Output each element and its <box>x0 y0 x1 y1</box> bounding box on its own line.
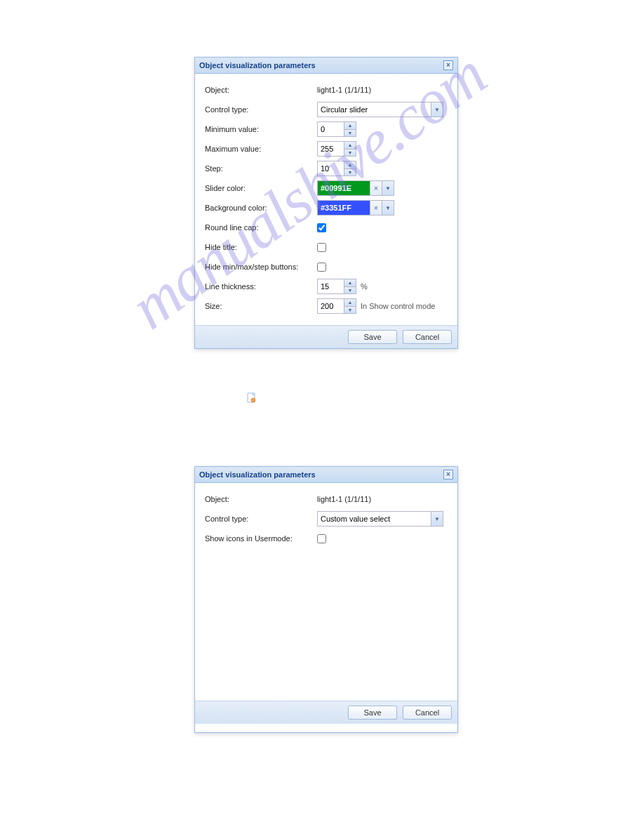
control-type-select[interactable]: ▼ <box>317 102 443 117</box>
dialog-header: Object visualization parameters × <box>195 58 457 74</box>
background-color-picker[interactable]: #3351FF × ▼ <box>317 200 394 216</box>
step-input[interactable] <box>318 161 344 176</box>
step-spinner[interactable]: ▲ ▼ <box>317 161 356 176</box>
slider-color-label: Slider color: <box>205 184 317 192</box>
dialog-body: Object: light1-1 (1/1/11) Control type: … <box>195 74 457 325</box>
close-icon[interactable]: × <box>443 470 453 479</box>
minimum-value-input[interactable] <box>318 122 344 136</box>
spin-up-icon[interactable]: ▲ <box>344 299 356 307</box>
object-label: Object: <box>205 86 317 94</box>
size-spinner[interactable]: ▲ ▼ <box>317 298 356 314</box>
visualization-params-dialog-1: Object visualization parameters × Object… <box>194 57 458 349</box>
control-type-label: Control type: <box>205 515 317 523</box>
dialog-title: Object visualization parameters <box>199 61 316 70</box>
svg-point-1 <box>251 398 255 402</box>
hide-buttons-label: Hide min/max/step buttons: <box>205 263 317 271</box>
size-label: Size: <box>205 302 317 310</box>
spin-up-icon[interactable]: ▲ <box>344 142 356 150</box>
save-button[interactable]: Save <box>348 330 397 344</box>
save-button[interactable]: Save <box>348 706 397 720</box>
dialog-header: Object visualization parameters × <box>195 467 457 483</box>
hide-title-label: Hide title: <box>205 243 317 251</box>
line-thickness-label: Line thickness: <box>205 282 317 291</box>
maximum-value-label: Maximum value: <box>205 145 317 153</box>
cancel-button[interactable]: Cancel <box>403 706 452 720</box>
spin-up-icon[interactable]: ▲ <box>344 161 356 169</box>
chevron-down-icon[interactable]: ▼ <box>431 512 443 526</box>
background-color-swatch: #3351FF <box>318 201 370 215</box>
spin-down-icon[interactable]: ▼ <box>344 307 356 314</box>
chevron-down-icon[interactable]: ▼ <box>431 102 443 117</box>
round-line-cap-label: Round line cap: <box>205 223 317 232</box>
minimum-value-spinner[interactable]: ▲ ▼ <box>317 121 356 137</box>
object-value: light1-1 (1/1/11) <box>317 495 448 503</box>
size-suffix: In Show control mode <box>361 302 435 310</box>
slider-color-swatch: #00991E <box>318 181 370 195</box>
line-thickness-spinner[interactable]: ▲ ▼ <box>317 279 356 294</box>
spin-down-icon[interactable]: ▼ <box>344 130 356 137</box>
control-type-label: Control type: <box>205 105 317 114</box>
slider-color-picker[interactable]: #00991E × ▼ <box>317 180 394 196</box>
spin-down-icon[interactable]: ▼ <box>344 287 356 294</box>
show-icons-label: Show icons in Usermode: <box>205 534 317 543</box>
chevron-down-icon[interactable]: ▼ <box>382 201 394 215</box>
dialog-title: Object visualization parameters <box>199 470 316 479</box>
dialog-body: Object: light1-1 (1/1/11) Control type: … <box>195 483 457 701</box>
spin-up-icon[interactable]: ▲ <box>344 279 356 287</box>
step-label: Step: <box>205 164 317 173</box>
spin-up-icon[interactable]: ▲ <box>344 122 356 130</box>
cancel-button[interactable]: Cancel <box>403 330 452 344</box>
control-type-select[interactable]: ▼ <box>317 511 443 527</box>
dialog-footer: Save Cancel <box>195 325 457 348</box>
spin-down-icon[interactable]: ▼ <box>344 169 356 176</box>
control-type-input[interactable] <box>318 512 431 526</box>
chevron-down-icon[interactable]: ▼ <box>382 181 394 195</box>
background-color-label: Background color: <box>205 204 317 212</box>
close-icon[interactable]: × <box>443 60 453 70</box>
round-line-cap-checkbox[interactable] <box>317 223 326 232</box>
size-input[interactable] <box>318 299 344 313</box>
line-thickness-input[interactable] <box>318 279 344 293</box>
clear-icon[interactable]: × <box>370 181 382 195</box>
object-value: light1-1 (1/1/11) <box>317 86 448 94</box>
maximum-value-input[interactable] <box>318 142 344 156</box>
show-icons-checkbox[interactable] <box>317 534 326 543</box>
page-icon <box>246 392 257 404</box>
spin-down-icon[interactable]: ▼ <box>344 150 356 157</box>
maximum-value-spinner[interactable]: ▲ ▼ <box>317 141 356 157</box>
percent-suffix: % <box>361 282 368 291</box>
visualization-params-dialog-2: Object visualization parameters × Object… <box>194 466 458 733</box>
hide-buttons-checkbox[interactable] <box>317 263 326 272</box>
clear-icon[interactable]: × <box>370 201 382 215</box>
dialog-footer: Save Cancel <box>195 701 457 724</box>
hide-title-checkbox[interactable] <box>317 243 326 252</box>
control-type-input[interactable] <box>318 102 431 117</box>
object-label: Object: <box>205 495 317 503</box>
minimum-value-label: Minimum value: <box>205 125 317 133</box>
